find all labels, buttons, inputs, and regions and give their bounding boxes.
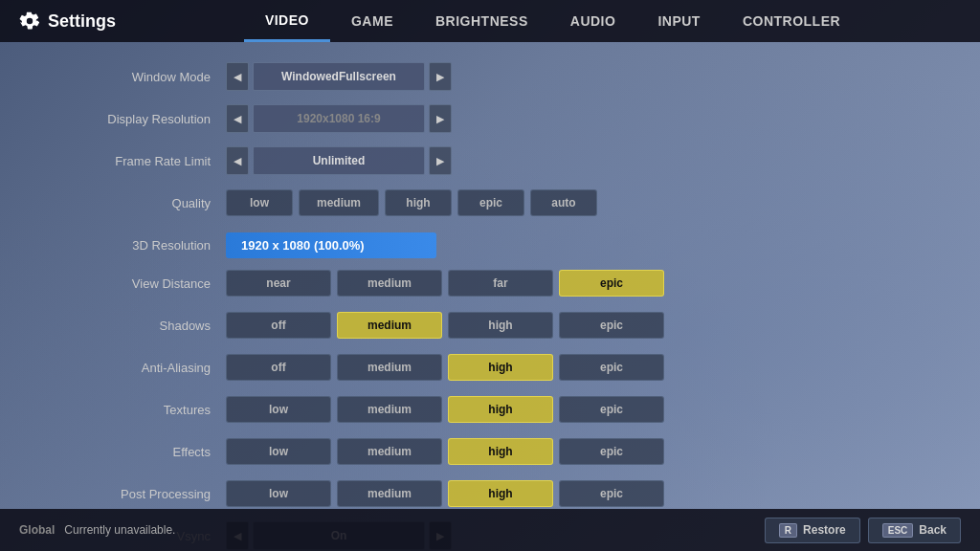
bottom-actions: R Restore ESC Back xyxy=(765,518,961,543)
tab-controller[interactable]: Controller xyxy=(722,0,861,42)
anti-aliasing-label: Anti-Aliasing xyxy=(57,361,211,375)
display-resolution-value: 1920x1080 16:9 xyxy=(253,104,425,133)
anti-aliasing-buttons: off medium high epic xyxy=(226,354,664,381)
view-distance-near[interactable]: near xyxy=(226,270,331,297)
effects-row: Effects low medium high epic xyxy=(57,434,923,469)
window-mode-selector: ◀ WindowedFullscreen ▶ xyxy=(226,62,452,91)
window-mode-row: Window Mode ◀ WindowedFullscreen ▶ xyxy=(57,59,923,94)
bottom-bar: Global Currently unavailable. R Restore … xyxy=(0,509,980,551)
global-label: Global xyxy=(19,523,55,537)
post-processing-high[interactable]: high xyxy=(448,480,553,507)
shadows-off[interactable]: off xyxy=(226,312,331,339)
textures-high[interactable]: high xyxy=(448,396,553,423)
tab-video[interactable]: Video xyxy=(244,0,330,42)
frame-rate-label: Frame Rate Limit xyxy=(57,154,211,168)
back-button[interactable]: ESC Back xyxy=(868,518,961,543)
frame-rate-row: Frame Rate Limit ◀ Unlimited ▶ xyxy=(57,143,923,178)
tab-game[interactable]: Game xyxy=(330,0,414,42)
post-processing-buttons: low medium high epic xyxy=(226,480,664,507)
restore-key: R xyxy=(779,523,797,538)
app-title-text: Settings xyxy=(48,11,116,32)
display-resolution-row: Display Resolution ◀ 1920x1080 16:9 ▶ xyxy=(57,101,923,136)
shadows-high[interactable]: high xyxy=(448,312,553,339)
back-key: ESC xyxy=(882,523,914,538)
quality-label: Quality xyxy=(57,196,211,210)
display-resolution-next[interactable]: ▶ xyxy=(429,104,452,133)
quality-high[interactable]: high xyxy=(385,189,452,216)
textures-buttons: low medium high epic xyxy=(226,396,664,423)
quality-buttons: low medium high epic auto xyxy=(226,189,597,216)
resolution-3d-row: 3D Resolution 1920 x 1080 (100.0%) xyxy=(57,228,923,262)
display-resolution-prev[interactable]: ◀ xyxy=(226,104,249,133)
display-resolution-selector: ◀ 1920x1080 16:9 ▶ xyxy=(226,104,452,133)
textures-row: Textures low medium high epic xyxy=(57,392,923,427)
frame-rate-prev[interactable]: ◀ xyxy=(226,146,249,175)
anti-aliasing-epic[interactable]: epic xyxy=(559,354,664,381)
post-processing-low[interactable]: low xyxy=(226,480,331,507)
frame-rate-selector: ◀ Unlimited ▶ xyxy=(226,146,452,175)
quality-low[interactable]: low xyxy=(226,189,293,216)
anti-aliasing-off[interactable]: off xyxy=(226,354,331,381)
view-distance-row: View Distance near medium far epic xyxy=(57,266,923,300)
quality-medium[interactable]: medium xyxy=(299,189,379,216)
window-mode-next[interactable]: ▶ xyxy=(429,62,452,91)
settings-content: Window Mode ◀ WindowedFullscreen ▶ Displ… xyxy=(0,42,980,551)
view-distance-far[interactable]: far xyxy=(448,270,553,297)
restore-button[interactable]: R Restore xyxy=(765,518,860,543)
back-label: Back xyxy=(919,523,947,537)
gear-icon xyxy=(19,11,40,32)
restore-label: Restore xyxy=(803,523,846,537)
effects-high[interactable]: high xyxy=(448,438,553,465)
frame-rate-value: Unlimited xyxy=(253,146,425,175)
tab-audio[interactable]: Audio xyxy=(549,0,637,42)
effects-buttons: low medium high epic xyxy=(226,438,664,465)
textures-low[interactable]: low xyxy=(226,396,331,423)
resolution-3d-value: 1920 x 1080 (100.0%) xyxy=(226,232,436,258)
tab-input[interactable]: Input xyxy=(636,0,722,42)
effects-epic[interactable]: epic xyxy=(559,438,664,465)
shadows-epic[interactable]: epic xyxy=(559,312,664,339)
app-title: Settings xyxy=(19,11,116,32)
post-processing-row: Post Processing low medium high epic xyxy=(57,476,923,511)
effects-medium[interactable]: medium xyxy=(337,438,442,465)
frame-rate-next[interactable]: ▶ xyxy=(429,146,452,175)
quality-auto[interactable]: auto xyxy=(530,189,597,216)
post-processing-epic[interactable]: epic xyxy=(559,480,664,507)
shadows-row: Shadows off medium high epic xyxy=(57,308,923,342)
shadows-medium[interactable]: medium xyxy=(337,312,442,339)
shadows-buttons: off medium high epic xyxy=(226,312,664,339)
post-processing-label: Post Processing xyxy=(57,487,211,501)
anti-aliasing-high[interactable]: high xyxy=(448,354,553,381)
view-distance-epic[interactable]: epic xyxy=(559,270,664,297)
anti-aliasing-medium[interactable]: medium xyxy=(337,354,442,381)
textures-label: Textures xyxy=(57,403,211,417)
window-mode-label: Window Mode xyxy=(57,70,211,84)
quality-row: Quality low medium high epic auto xyxy=(57,186,923,220)
textures-medium[interactable]: medium xyxy=(337,396,442,423)
view-distance-medium[interactable]: medium xyxy=(337,270,442,297)
display-resolution-label: Display Resolution xyxy=(57,112,211,126)
window-mode-value: WindowedFullscreen xyxy=(253,62,425,91)
nav-tabs: Video Game Brightness Audio Input Contro… xyxy=(145,0,961,42)
post-processing-medium[interactable]: medium xyxy=(337,480,442,507)
view-distance-buttons: near medium far epic xyxy=(226,270,664,297)
textures-epic[interactable]: epic xyxy=(559,396,664,423)
view-distance-label: View Distance xyxy=(57,276,211,291)
shadows-label: Shadows xyxy=(57,319,211,333)
status-text: Currently unavailable. xyxy=(64,523,175,537)
resolution-3d-label: 3D Resolution xyxy=(57,238,211,253)
effects-low[interactable]: low xyxy=(226,438,331,465)
quality-epic[interactable]: epic xyxy=(457,189,524,216)
anti-aliasing-row: Anti-Aliasing off medium high epic xyxy=(57,350,923,385)
window-mode-prev[interactable]: ◀ xyxy=(226,62,249,91)
tab-brightness[interactable]: Brightness xyxy=(414,0,549,42)
effects-label: Effects xyxy=(57,445,211,459)
top-bar: Settings Video Game Brightness Audio Inp… xyxy=(0,0,980,42)
